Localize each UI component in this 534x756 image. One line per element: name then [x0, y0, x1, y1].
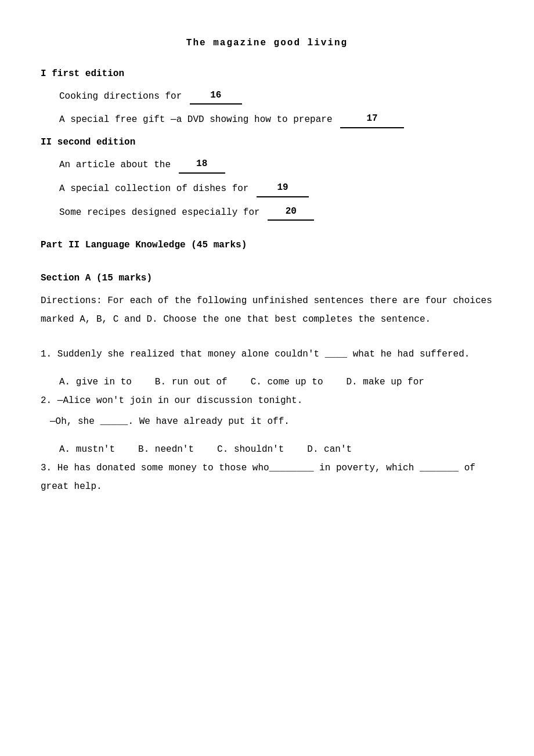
- q2-choice-b: B. needn't: [138, 440, 194, 459]
- section2-item3: Some recipes designed especially for 20: [59, 203, 493, 221]
- section2-header: II second edition: [41, 134, 493, 151]
- q1-choice-d: D. make up for: [346, 373, 424, 391]
- section2-item3-text: Some recipes designed especially for: [59, 207, 260, 218]
- blank-19: 19: [257, 179, 309, 197]
- q1-choice-c: C. come up to: [251, 373, 323, 391]
- q2-choices: A. mustn't B. needn't C. shouldn't D. ca…: [41, 440, 493, 459]
- blank-16: 16: [190, 87, 242, 105]
- section1-item2: A special free gift —a DVD showing how t…: [59, 110, 493, 128]
- section1-item2-text: A special free gift —a DVD showing how t…: [59, 114, 332, 125]
- question-1: 1. Suddenly she realized that money alon…: [41, 345, 493, 363]
- page-title: The magazine good living: [41, 35, 493, 52]
- section1-item1: Cooking directions for 16: [59, 87, 493, 105]
- q2-dialog1: 2. —Alice won't join in our discussion t…: [41, 391, 493, 410]
- q1-choice-row: A. give in to B. run out of C. come up t…: [59, 373, 493, 391]
- section2-item1: An article about the 18: [59, 156, 493, 174]
- section2-item1-text: An article about the: [59, 160, 171, 170]
- q1-choice-b: B. run out of: [155, 373, 228, 391]
- section2-item2-text: A special collection of dishes for: [59, 183, 248, 194]
- q3-text: He has donated some money to those who__…: [41, 463, 475, 492]
- question-3: 3. He has donated some money to those wh…: [41, 459, 493, 496]
- section1-item1-text: Cooking directions for: [59, 91, 182, 102]
- q2-choice-d: D. can't: [307, 440, 352, 459]
- q3-number: 3.: [41, 463, 52, 473]
- blank-20: 20: [268, 203, 314, 221]
- blank-17: 17: [340, 110, 404, 128]
- part2-header: Part II Language Knowledge (45 marks): [41, 237, 493, 254]
- q1-choice-a: A. give in to: [59, 373, 132, 391]
- q1-text: Suddenly she realized that money alone c…: [57, 349, 470, 359]
- q2-number: 2.: [41, 395, 52, 406]
- sectionA-header: Section A (15 marks): [41, 270, 493, 287]
- directions-text: Directions: For each of the following un…: [41, 291, 493, 329]
- q2-choice-a: A. mustn't: [59, 440, 115, 459]
- q2-dialog-line2: —Oh, she _____. We have already put it o…: [50, 416, 290, 427]
- question-2: 2. —Alice won't join in our discussion t…: [41, 391, 493, 431]
- q2-dialog-line1: —Alice won't join in our discussion toni…: [57, 395, 302, 406]
- section2-item2: A special collection of dishes for 19: [59, 179, 493, 197]
- q1-number: 1.: [41, 349, 52, 359]
- q2-choice-c: C. shouldn't: [217, 440, 284, 459]
- q2-dialog2: —Oh, she _____. We have already put it o…: [41, 412, 493, 431]
- section1-header: I first edition: [41, 66, 493, 82]
- q1-choices: A. give in to B. run out of C. come up t…: [41, 373, 493, 391]
- blank-18: 18: [179, 156, 225, 174]
- q2-choice-row: A. mustn't B. needn't C. shouldn't D. ca…: [59, 440, 493, 459]
